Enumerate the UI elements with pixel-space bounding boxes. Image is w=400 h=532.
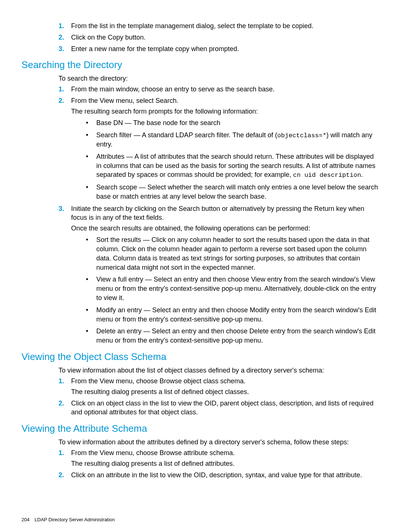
step-number: 2. bbox=[59, 471, 64, 480]
bullet-text: View a full entry — Select an entry and … bbox=[96, 276, 376, 302]
step-followup: The resulting dialog presents a list of … bbox=[71, 387, 379, 397]
step-text: Enter a new name for the template copy w… bbox=[71, 45, 239, 53]
bullet-item: Base DN — The base node for the search bbox=[84, 118, 379, 128]
step-number: 2. bbox=[59, 96, 64, 105]
code-text: objectclass=* bbox=[277, 132, 327, 139]
bullet-text: Sort the results — Click on any column h… bbox=[96, 236, 369, 271]
bullet-item: Search scope — Select whether the search… bbox=[84, 183, 379, 201]
step-text: From the View menu, choose Browse attrib… bbox=[71, 449, 235, 457]
template-copy-steps: 1.From the list in the template manageme… bbox=[21, 21, 379, 53]
list-item: 2. Click on an attribute in the list to … bbox=[59, 471, 379, 480]
step-number: 1. bbox=[59, 85, 64, 94]
bullet-item: Delete an entry — Select an entry and th… bbox=[84, 327, 379, 345]
step-followup: The resulting dialog presents a list of … bbox=[71, 459, 379, 468]
bullet-text: Modify an entry — Select an entry and th… bbox=[96, 306, 376, 323]
step-number: 1. bbox=[59, 448, 64, 458]
list-item: 2.Click on the Copy button. bbox=[59, 33, 379, 42]
step-text: Initiate the search by clicking on the S… bbox=[71, 205, 364, 222]
bullet-item: Sort the results — Click on any column h… bbox=[84, 235, 379, 272]
list-item: 2. Click on an object class in the list … bbox=[59, 399, 379, 417]
step-text: From the main window, choose an entry to… bbox=[71, 85, 274, 93]
step-number: 2. bbox=[59, 399, 64, 408]
intro-text: To view information about the list of ob… bbox=[21, 366, 379, 375]
list-item: 1. From the View menu, choose Browse obj… bbox=[59, 377, 379, 397]
step-number: 3. bbox=[59, 204, 64, 213]
step-text: From the View menu, select Search. bbox=[71, 97, 179, 104]
bullet-text: . bbox=[361, 171, 363, 178]
heading-object-class-schema: Viewing the Object Class Schema bbox=[21, 350, 379, 364]
intro-text: To view information about the attributes… bbox=[21, 438, 379, 447]
bullet-item: Modify an entry — Select an entry and th… bbox=[84, 306, 379, 324]
bullet-text: Search filter — A standard LDAP search f… bbox=[96, 131, 277, 139]
step-number: 3. bbox=[59, 44, 64, 54]
list-item: 1.From the list in the template manageme… bbox=[59, 21, 379, 31]
bullet-item: View a full entry — Select an entry and … bbox=[84, 275, 379, 302]
bullet-text: Base DN — The base node for the search bbox=[96, 119, 220, 127]
object-class-schema-steps: 1. From the View menu, choose Browse obj… bbox=[21, 377, 379, 417]
bullet-item: Search filter — A standard LDAP search f… bbox=[84, 131, 379, 149]
step-text: Click on an attribute in the list to vie… bbox=[71, 471, 362, 479]
page-number: 204 bbox=[21, 517, 30, 522]
code-text: cn uid description bbox=[293, 172, 361, 179]
list-item: 1. From the View menu, choose Browse att… bbox=[59, 448, 379, 468]
intro-text: To search the directory: bbox=[21, 74, 379, 83]
search-form-fields: Base DN — The base node for the search S… bbox=[71, 118, 379, 201]
search-result-operations: Sort the results — Click on any column h… bbox=[71, 235, 379, 345]
page-footer: 204 LDAP Directory Server Administration bbox=[21, 516, 115, 523]
step-number: 1. bbox=[59, 377, 64, 386]
step-text: Click on an object class in the list to … bbox=[71, 400, 373, 416]
list-item: 1. From the main window, choose an entry… bbox=[59, 85, 379, 94]
step-number: 2. bbox=[59, 33, 64, 42]
step-number: 1. bbox=[59, 21, 64, 31]
step-text: Click on the Copy button. bbox=[71, 34, 146, 41]
step-text: From the View menu, choose Browse object… bbox=[71, 377, 246, 385]
bullet-item: Attributes — A list of attributes that t… bbox=[84, 152, 379, 180]
list-item: 3. Initiate the search by clicking on th… bbox=[59, 204, 379, 346]
heading-attribute-schema: Viewing the Attribute Schema bbox=[21, 422, 379, 435]
step-followup: The resulting search form prompts for th… bbox=[71, 107, 379, 116]
footer-title: LDAP Directory Server Administration bbox=[34, 517, 115, 522]
heading-searching-directory: Searching the Directory bbox=[21, 58, 379, 72]
step-followup: Once the search results are obtained, th… bbox=[71, 224, 379, 233]
list-item: 2. From the View menu, select Search. Th… bbox=[59, 96, 379, 201]
attribute-schema-steps: 1. From the View menu, choose Browse att… bbox=[21, 448, 379, 479]
bullet-text: Delete an entry — Select an entry and th… bbox=[96, 327, 376, 344]
step-text: From the list in the template management… bbox=[71, 22, 313, 30]
search-directory-steps: 1. From the main window, choose an entry… bbox=[21, 85, 379, 345]
list-item: 3.Enter a new name for the template copy… bbox=[59, 44, 379, 54]
bullet-text: Search scope — Select whether the search… bbox=[96, 183, 378, 200]
